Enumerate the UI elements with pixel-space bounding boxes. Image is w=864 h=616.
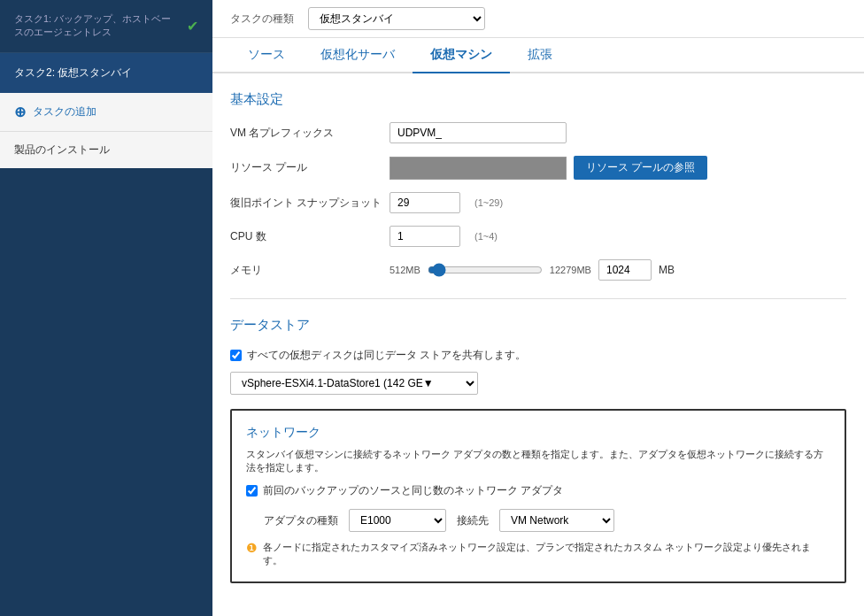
recovery-point-control: (1~29) [390,192,846,213]
resource-pool-control: リソース プールの参照 [390,156,846,180]
share-datastore-checkbox[interactable] [230,350,242,361]
vm-name-input[interactable] [390,122,567,143]
cpu-row: CPU 数 (1~4) [230,226,846,247]
tab-virtualization-server[interactable]: 仮想化サーバ [303,38,413,73]
cpu-input[interactable] [390,226,460,247]
sidebar-item-product-install[interactable]: 製品のインストール [0,132,212,168]
share-datastore-label: すべての仮想ディスクは同じデータ ストアを共有します。 [247,348,526,363]
warning-text: 各ノードに指定されたカスタマイズ済みネットワーク設定は、プランで指定されたカスタ… [263,541,830,567]
memory-control: 512MB 12279MB MB [390,259,846,281]
vm-name-label: VM 名プレフィックス [230,126,390,141]
plus-icon: ⊕ [14,104,26,120]
cpu-hint: (1~4) [474,231,498,242]
tab-source[interactable]: ソース [230,38,303,73]
add-task-label: タスクの追加 [33,104,96,119]
task2-label: タスク2: 仮想スタンバイ [14,65,132,81]
vm-name-control [390,122,846,143]
sidebar-item-task2[interactable]: タスク2: 仮想スタンバイ [0,53,212,93]
tab-expand[interactable]: 拡張 [510,38,570,73]
network-title: ネットワーク [246,425,830,441]
main-content: タスクの種類 仮想スタンバイ ソース 仮想化サーバ 仮想マシン 拡張 基本設定 … [212,0,864,616]
share-datastore-row: すべての仮想ディスクは同じデータ ストアを共有します。 [230,348,846,363]
task-type-select[interactable]: 仮想スタンバイ [308,7,485,30]
memory-max-label: 12279MB [550,265,591,275]
resource-pool-display [390,157,567,180]
resource-pool-row: リソース プール リソース プールの参照 [230,156,846,180]
product-install-label: 製品のインストール [14,142,110,158]
warning-icon: ❶ [246,541,258,555]
sidebar-item-add-task[interactable]: ⊕ タスクの追加 [0,93,212,132]
memory-row: メモリ 512MB 12279MB MB [230,259,846,281]
cpu-control: (1~4) [390,226,846,247]
network-description: スタンバイ仮想マシンに接続するネットワーク アダプタの数と種類を指定します。また… [246,448,830,474]
network-section: ネットワーク スタンバイ仮想マシンに接続するネットワーク アダプタの数と種類を指… [230,409,846,583]
browse-resource-pool-button[interactable]: リソース プールの参照 [574,156,707,180]
divider [230,298,846,299]
same-network-label: 前回のバックアップのソースと同じ数のネットワーク アダプタ [263,483,563,498]
task1-label: タスク1: バックアップ、ホストベースのエージェントレス [14,12,180,40]
sidebar: タスク1: バックアップ、ホストベースのエージェントレス ✔ タスク2: 仮想ス… [0,0,212,616]
memory-unit-label: MB [659,264,675,276]
adapter-type-label: アダプタの種類 [264,513,338,528]
check-icon: ✔ [187,18,198,35]
recovery-point-input[interactable] [390,192,460,213]
recovery-point-label: 復旧ポイント スナップショット [230,196,390,211]
recovery-point-hint: (1~29) [474,197,503,208]
tabs: ソース 仮想化サーバ 仮想マシン 拡張 [212,38,864,73]
basic-settings-title: 基本設定 [230,91,846,108]
same-network-row: 前回のバックアップのソースと同じ数のネットワーク アダプタ [246,483,830,498]
sidebar-item-task1[interactable]: タスク1: バックアップ、ホストベースのエージェントレス ✔ [0,0,212,53]
cpu-label: CPU 数 [230,229,390,244]
memory-slider[interactable] [428,263,543,277]
resource-pool-label: リソース プール [230,160,390,175]
adapter-row: アダプタの種類 E1000 接続先 VM Network [246,509,830,532]
header-bar: タスクの種類 仮想スタンバイ [212,0,864,38]
memory-value-input[interactable] [598,259,652,281]
vm-name-row: VM 名プレフィックス [230,122,846,143]
task-type-label: タスクの種類 [230,12,294,27]
memory-label: メモリ [230,263,390,278]
warning-row: ❶ 各ノードに指定されたカスタマイズ済みネットワーク設定は、プランで指定されたカ… [246,541,830,567]
content-area: 基本設定 VM 名プレフィックス リソース プール リソース プールの参照 復旧… [212,73,864,616]
adapter-type-select[interactable]: E1000 [349,509,446,532]
datastore-section: データストア すべての仮想ディスクは同じデータ ストアを共有します。 vSphe… [230,317,846,395]
network-destination-select[interactable]: VM Network [499,509,614,532]
connect-label: 接続先 [457,513,489,528]
datastore-select[interactable]: vSphere-ESXi4.1-DataStore1 (142 GE▼ [230,372,478,395]
recovery-point-row: 復旧ポイント スナップショット (1~29) [230,192,846,213]
same-network-checkbox[interactable] [246,485,258,497]
memory-min-label: 512MB [390,265,420,275]
datastore-title: データストア [230,317,846,334]
tab-virtual-machine[interactable]: 仮想マシン [413,38,510,73]
